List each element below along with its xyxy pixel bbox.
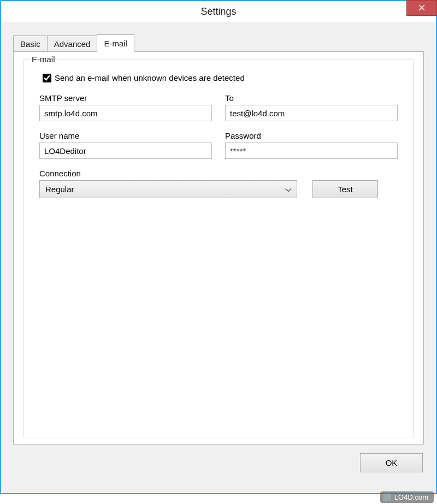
send-email-checkbox-row: Send an e-mail when unknown devices are …	[43, 73, 398, 82]
send-email-checkbox-label[interactable]: Send an e-mail when unknown devices are …	[55, 73, 245, 82]
ok-button[interactable]: OK	[360, 453, 423, 472]
username-input[interactable]	[39, 143, 212, 159]
content-area: Basic Advanced E-mail E-mail Send an e-m…	[1, 22, 436, 493]
test-button[interactable]: Test	[312, 180, 378, 198]
to-input[interactable]	[225, 105, 398, 121]
username-label: User name	[39, 131, 212, 140]
watermark: LO4D.com	[380, 491, 434, 503]
close-icon	[418, 3, 425, 13]
tabs: Basic Advanced E-mail	[13, 34, 424, 51]
connection-label: Connection	[39, 169, 398, 178]
watermark-text: LO4D.com	[394, 493, 428, 501]
to-field: To	[225, 93, 398, 121]
form-grid: SMTP server To User name Password	[39, 93, 398, 159]
close-button[interactable]	[406, 0, 437, 16]
window-title: Settings	[200, 6, 236, 17]
group-legend: E-mail	[29, 55, 57, 64]
smtp-field: SMTP server	[39, 93, 212, 121]
titlebar: Settings	[1, 1, 436, 22]
smtp-input[interactable]	[39, 105, 212, 121]
email-group: E-mail Send an e-mail when unknown devic…	[23, 60, 414, 437]
tab-basic[interactable]: Basic	[13, 35, 48, 52]
connection-row: Connection Regular Test	[39, 169, 398, 198]
username-field: User name	[39, 131, 212, 159]
password-label: Password	[225, 131, 398, 140]
settings-window: Settings Basic Advanced E-mail E-mail Se…	[0, 0, 437, 494]
send-email-checkbox[interactable]	[43, 74, 51, 82]
connection-select[interactable]: Regular	[39, 180, 297, 198]
footer: OK	[13, 444, 424, 472]
tab-email[interactable]: E-mail	[97, 34, 134, 52]
smtp-label: SMTP server	[39, 93, 212, 103]
tab-advanced[interactable]: Advanced	[47, 35, 98, 52]
password-input[interactable]	[225, 143, 398, 159]
to-label: To	[225, 93, 398, 103]
connection-select-wrap: Regular	[39, 180, 297, 198]
connection-controls: Regular Test	[39, 180, 398, 198]
tab-panel-email: E-mail Send an e-mail when unknown devic…	[13, 51, 424, 444]
password-field: Password	[225, 131, 398, 159]
